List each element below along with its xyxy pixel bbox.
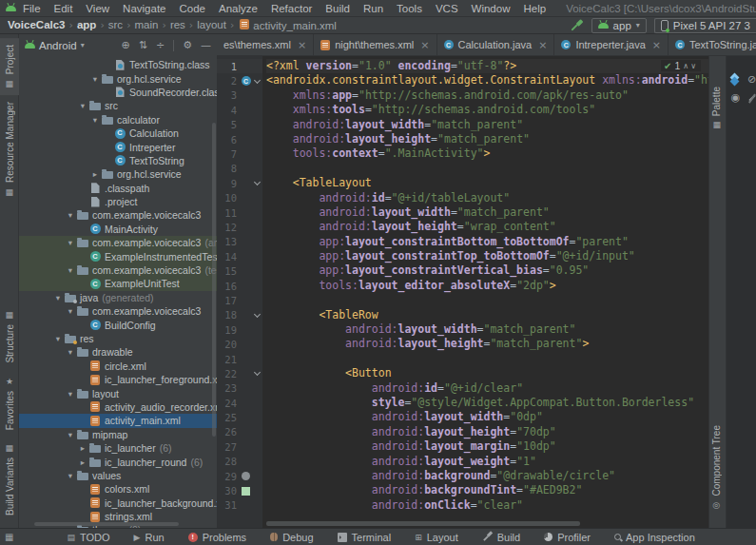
code-line[interactable]: android:layout_height="match_parent" [266, 132, 708, 146]
tool-windows-icon[interactable]: ▦ [5, 532, 13, 542]
chevron-down-icon[interactable]: ▾ [65, 347, 76, 357]
status-terminal[interactable]: Terminal [338, 532, 392, 543]
tree-item[interactable]: CCalculation [19, 127, 217, 140]
tree-item[interactable]: colors.xml [19, 482, 217, 496]
tree-item[interactable]: CMainActivity [19, 223, 217, 236]
code-line[interactable]: app:layout_constraintVertical_bias="0.95… [266, 263, 708, 278]
code-line[interactable]: android:layout_width="match_parent" [266, 118, 708, 132]
tool-stripe-project[interactable]: ▦Project [0, 38, 19, 95]
chevron-down-icon[interactable]: ▾ [65, 389, 76, 399]
tree-item[interactable]: activity_audio_recorder.xml [19, 400, 217, 414]
code-line[interactable] [266, 352, 708, 366]
inspection-widget[interactable]: ✔ 1 ∧∨ [661, 60, 701, 71]
visibility-icon[interactable]: ◉ [731, 91, 741, 104]
fold-icon[interactable] [254, 311, 261, 318]
tree-item[interactable]: ▾com.example.voicecalc3(test) [19, 263, 217, 277]
editor[interactable]: 12C3456789101112131415161718192021222324… [217, 56, 708, 528]
chevron-right-icon[interactable]: ▸ [89, 169, 101, 179]
editor-tab[interactable]: CTextToString.java× [669, 34, 756, 55]
chevron-down-icon[interactable]: ▾ [89, 115, 101, 125]
hide-icon[interactable]: — [201, 39, 211, 51]
chevron-down-icon[interactable]: ▾ [65, 238, 76, 247]
tree-item[interactable]: .classpath [19, 182, 217, 195]
status-layout[interactable]: ⊞Layout [415, 532, 458, 543]
chevron-down-icon[interactable]: ▾ [52, 293, 64, 302]
tree-horizontal-scrollbar[interactable] [34, 522, 179, 526]
code-line[interactable]: android:id="@+id/clear" [266, 381, 708, 396]
tree-item[interactable]: ic_launcher_foreground.xml [19, 373, 217, 386]
close-icon[interactable]: × [298, 39, 306, 51]
editor-horizontal-scrollbar[interactable] [266, 521, 580, 526]
fold-icon[interactable] [254, 369, 261, 376]
breadcrumb-item[interactable]: res [170, 19, 185, 30]
code-line[interactable]: app:layout_constraintTop_toBottomOf="@+i… [266, 249, 708, 263]
settings-icon[interactable]: ⚙ [183, 39, 192, 51]
breadcrumb-item[interactable]: src [108, 19, 123, 30]
prev-next-icons[interactable]: ∧∨ [683, 62, 698, 70]
pen-disabled-icon[interactable] [747, 93, 756, 103]
tree-item[interactable]: ic_launcher_background.xml [19, 496, 217, 510]
tree-item[interactable]: circle.xml [19, 360, 217, 373]
tree-item[interactable]: ▸org.hcl.service [19, 167, 217, 181]
fold-icon[interactable] [254, 179, 261, 185]
code-line[interactable]: tools:layout_editor_absoluteX="2dp"> [266, 279, 708, 293]
chevron-down-icon[interactable]: ▾ [65, 306, 76, 316]
tree-item[interactable]: ▾org.hcl.service [19, 71, 217, 85]
close-icon[interactable]: × [652, 39, 661, 51]
chevron-down-icon[interactable]: ▾ [77, 101, 88, 110]
tree-item[interactable]: SoundRecorder.class [19, 86, 217, 99]
tree-item[interactable]: ▾com.example.voicecalc3 [19, 208, 217, 222]
code-line[interactable]: android:layout_width="0dp" [266, 410, 708, 424]
code-line[interactable] [266, 293, 708, 307]
chevron-down-icon[interactable]: ▾ [65, 265, 76, 275]
breadcrumb-item[interactable]: app [77, 19, 96, 30]
tree-item[interactable]: CTextToString [19, 154, 217, 167]
chevron-down-icon[interactable]: ▾ [65, 210, 76, 220]
code-line[interactable]: xmlns:app="http://schemas.android.com/ap… [266, 88, 708, 103]
tree-item[interactable]: ▸ic_launcher(6) [19, 441, 217, 455]
status-inspect[interactable]: App Inspection [614, 532, 695, 543]
status-todo[interactable]: ▤TODO [67, 532, 109, 543]
code-line[interactable]: android:id="@+id/tableLayout" [266, 191, 708, 205]
locate-icon[interactable]: ⊕ [121, 39, 129, 51]
tree-item[interactable]: ▾calculator [19, 113, 217, 127]
chevron-right-icon[interactable]: ▸ [77, 443, 88, 453]
code-line[interactable]: android:layout_height="70dp" [266, 425, 708, 439]
tool-stripe-resource-manager[interactable]: ▦Resource Manager [0, 95, 19, 204]
chevron-down-icon[interactable]: ▾ [52, 334, 64, 343]
code-line[interactable]: android:onClick="clear" [266, 498, 708, 513]
editor-tab[interactable]: night\themes.xml× [314, 34, 436, 55]
code-line[interactable]: android:layout_width="match_parent" [266, 322, 708, 337]
code-line[interactable]: android:layout_width="match_parent" [266, 205, 708, 220]
expand-icon[interactable]: ⇅ [139, 39, 147, 51]
code-line[interactable]: android:layout_weight="1" [266, 455, 708, 469]
project-view-selector[interactable]: Android [39, 40, 77, 51]
tool-stripe-build-variants[interactable]: Build Variants▦ [0, 437, 19, 522]
editor-tab[interactable]: CIntreperter.java× [554, 34, 669, 55]
code-line[interactable] [266, 162, 708, 176]
tree-vertical-scrollbar[interactable] [212, 123, 216, 437]
code-line[interactable]: android:background="@drawable/circle" [266, 469, 708, 483]
close-icon[interactable]: × [538, 39, 547, 51]
tree-item[interactable]: ▾res [19, 332, 217, 345]
tree-item[interactable]: ▾mipmap [19, 428, 217, 441]
chevron-down-icon[interactable]: ▾ [65, 430, 76, 439]
code-area[interactable]: <?xml version="1.0" encoding="utf-8"?><a… [262, 56, 708, 528]
chevron-down-icon[interactable]: ▾ [89, 74, 101, 84]
tool-stripe-favorites[interactable]: Favorites★ [0, 370, 19, 437]
menu-build[interactable]: Build [319, 3, 357, 14]
status-profiler[interactable]: Profiler [544, 532, 591, 543]
tree-item[interactable]: ▸ic_launcher_round(6) [19, 455, 217, 468]
menu-code[interactable]: Code [172, 3, 212, 14]
code-line[interactable]: android:layout_margin="10dp" [266, 439, 708, 454]
component-tree-tab[interactable]: ◎ Component Tree [711, 425, 722, 510]
breadcrumb-item[interactable]: main [135, 19, 159, 30]
tree-item[interactable]: CIntreperter [19, 140, 217, 153]
menu-run[interactable]: Run [357, 3, 390, 14]
status-build[interactable]: Build [482, 532, 520, 543]
tree-item[interactable]: CExampleUnitTest [19, 277, 217, 290]
code-line[interactable]: android:layout_height="match_parent"> [266, 337, 708, 351]
tree-item[interactable]: ▾drawable [19, 345, 217, 359]
tree-item[interactable]: ▾values [19, 469, 217, 482]
menu-navigate[interactable]: Navigate [116, 3, 172, 14]
